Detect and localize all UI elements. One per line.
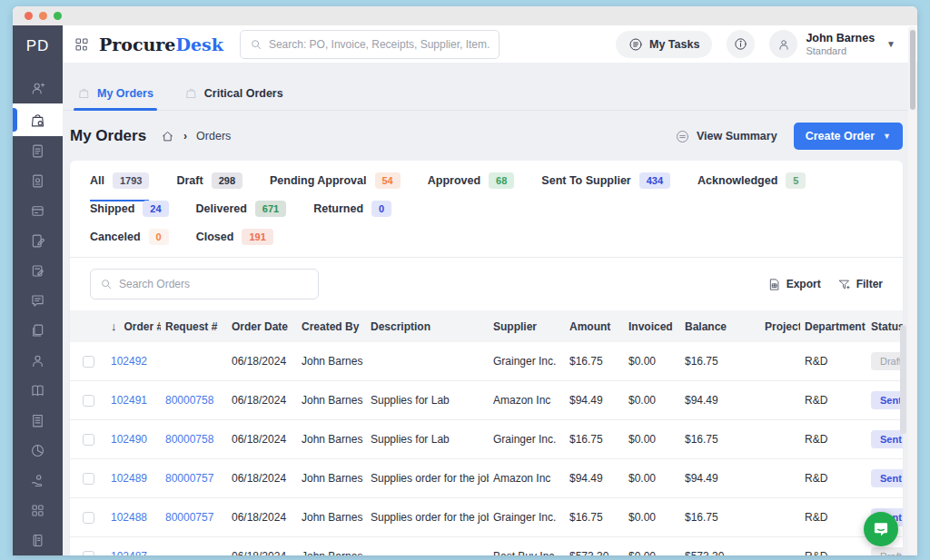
- column-header-checkbox: [70, 310, 106, 342]
- building-icon: [29, 412, 46, 429]
- sidebar-item-expenses[interactable]: [13, 466, 63, 496]
- global-search-input[interactable]: [269, 38, 490, 51]
- bag-icon: [29, 112, 46, 129]
- order-date-cell: 06/18/2024: [227, 459, 297, 498]
- project-cell: [760, 420, 800, 459]
- status-tab-pending-approval[interactable]: Pending Approval54: [270, 172, 401, 201]
- window-scrollbar[interactable]: [908, 26, 916, 555]
- global-search: [240, 30, 500, 59]
- status-tab-approved[interactable]: Approved68: [428, 172, 515, 201]
- supplier-cell: Grainger Inc.: [489, 342, 565, 381]
- sidebar-item-orders[interactable]: [13, 103, 63, 136]
- chat-widget-button[interactable]: [864, 512, 898, 546]
- row-checkbox-cell: [70, 342, 106, 381]
- request-number-link[interactable]: 80000757: [165, 472, 213, 485]
- home-icon[interactable]: [161, 130, 174, 143]
- sidebar-item-requisitions[interactable]: [13, 256, 63, 286]
- info-button[interactable]: [727, 30, 755, 58]
- order-number-link[interactable]: 102488: [111, 511, 147, 524]
- sort-descending-icon[interactable]: ↓: [111, 319, 117, 333]
- status-tab-delivered[interactable]: Delivered671: [196, 201, 287, 229]
- orders-search: [90, 269, 319, 300]
- export-button[interactable]: Export: [767, 278, 821, 291]
- status-tab-label: Sent To Supplier: [541, 174, 630, 187]
- supplier-cell: Grainger Inc.: [489, 420, 565, 459]
- chevron-down-icon: ▼: [883, 132, 891, 141]
- order-date-cell: 06/18/2024: [227, 342, 297, 381]
- created-by-cell: John Barnes: [297, 381, 366, 420]
- sidebar-item-reports[interactable]: [13, 436, 63, 466]
- column-header-department: Department: [800, 310, 866, 342]
- sidebar-item-invoices[interactable]: [13, 136, 63, 166]
- sidebar-logo: PD: [13, 25, 63, 66]
- status-tab-draft[interactable]: Draft298: [176, 172, 242, 201]
- column-header-order-date: Order Date: [227, 310, 297, 342]
- request-number-link[interactable]: 80000758: [165, 394, 213, 407]
- project-cell: [760, 342, 800, 381]
- sidebar-item-messages[interactable]: [13, 286, 63, 316]
- order-number-link[interactable]: 102489: [111, 472, 147, 485]
- row-checkbox[interactable]: [83, 356, 94, 368]
- zoom-window-button[interactable]: [54, 12, 62, 20]
- column-header-supplier: Supplier: [489, 310, 565, 342]
- status-cell: Sent To Supplier: [866, 420, 903, 459]
- status-tab-canceled[interactable]: Canceled0: [90, 229, 169, 257]
- sidebar-item-suppliers[interactable]: [13, 346, 63, 376]
- status-tab-acknowledged[interactable]: Acknowledged5: [698, 172, 806, 201]
- close-window-button[interactable]: [25, 12, 33, 20]
- invoiced-cell: $0.00: [624, 381, 680, 420]
- row-checkbox[interactable]: [83, 473, 94, 485]
- balance-cell: $94.49: [680, 381, 760, 420]
- breadcrumb-item-orders[interactable]: Orders: [196, 130, 231, 142]
- row-checkbox[interactable]: [83, 551, 94, 556]
- sidebar-item-documents[interactable]: [13, 316, 63, 346]
- order-number-link[interactable]: 102490: [111, 433, 147, 446]
- order-number-link[interactable]: 102491: [111, 394, 147, 407]
- sidebar-item-contracts[interactable]: [13, 226, 63, 256]
- view-summary-button[interactable]: View Summary: [675, 129, 777, 144]
- department-cell: R&D: [800, 381, 866, 420]
- orders-search-input[interactable]: [119, 278, 309, 290]
- my-tasks-button[interactable]: My Tasks: [616, 31, 712, 58]
- create-order-button[interactable]: Create Order ▼: [794, 123, 903, 150]
- row-checkbox[interactable]: [83, 395, 94, 407]
- status-tab-count: 0: [149, 229, 169, 245]
- status-tab-returned[interactable]: Returned0: [313, 201, 391, 229]
- request-number-link[interactable]: 80000758: [165, 433, 213, 446]
- row-checkbox[interactable]: [83, 434, 94, 446]
- sidebar-item-users[interactable]: [13, 74, 63, 103]
- order-number-link[interactable]: 102487: [111, 550, 147, 555]
- minimize-window-button[interactable]: [39, 12, 47, 20]
- table-scrollbar-thumb[interactable]: [900, 325, 906, 434]
- sidebar-item-receipts[interactable]: [13, 166, 63, 196]
- sidebar-item-inventory[interactable]: [13, 406, 63, 436]
- status-tab-all[interactable]: All1793: [90, 172, 149, 201]
- request-cell: 80000758: [161, 381, 227, 420]
- sidebar-item-notes[interactable]: [13, 526, 63, 555]
- row-checkbox[interactable]: [83, 512, 94, 524]
- status-tab-closed[interactable]: Closed191: [196, 229, 273, 257]
- apps-grid-icon[interactable]: [74, 36, 90, 53]
- project-cell: [760, 459, 800, 498]
- info-icon: [733, 36, 748, 52]
- amount-cell: $16.75: [565, 342, 624, 381]
- tab-critical-orders[interactable]: Critical Orders: [184, 86, 283, 110]
- description-cell: [366, 342, 489, 381]
- sidebar-item-catalogs[interactable]: [13, 376, 63, 406]
- grid4-icon: [29, 502, 46, 519]
- user-menu[interactable]: John Barnes Standard ▼: [769, 30, 895, 58]
- request-number-link[interactable]: 80000757: [165, 511, 213, 524]
- order-cell: 102487: [106, 537, 161, 556]
- window-scrollbar-thumb[interactable]: [910, 30, 915, 110]
- status-tab-shipped[interactable]: Shipped24: [90, 201, 169, 229]
- doc-stamp-icon: [29, 172, 46, 190]
- sidebar-item-apps[interactable]: [13, 496, 63, 526]
- status-tab-sent-to-supplier[interactable]: Sent To Supplier434: [541, 172, 670, 201]
- sidebar-item-payments[interactable]: [13, 196, 63, 226]
- chevron-down-icon: ▼: [886, 39, 895, 49]
- order-number-link[interactable]: 102492: [111, 355, 147, 368]
- column-header-project: Project #: [760, 310, 800, 342]
- filter-button[interactable]: Filter: [837, 278, 883, 291]
- tab-my-orders[interactable]: My Orders: [77, 86, 153, 110]
- pie-icon: [29, 442, 46, 459]
